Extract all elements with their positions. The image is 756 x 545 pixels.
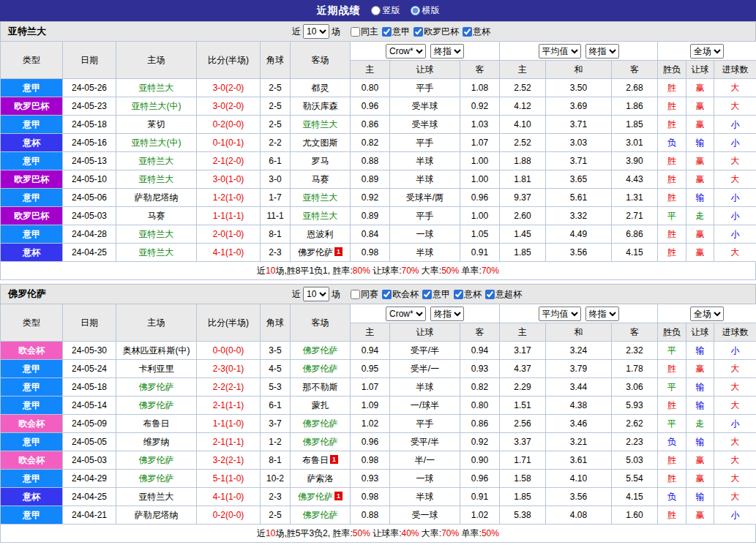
away-team-link[interactable]: 罗马 [312,156,329,166]
average-select[interactable]: 平均值 [539,307,581,321]
league-filter[interactable]: 意甲 [378,26,410,38]
score-link[interactable]: 3-2(2-1) [213,455,244,465]
away-team-link[interactable]: 佛罗伦萨 [303,437,338,447]
home-team-link[interactable]: 布鲁日 [143,418,170,429]
home-team-link[interactable]: 萨勒尼塔纳 [135,192,179,203]
score-link[interactable]: 1-1(1-1) [213,211,244,221]
home-team-link[interactable]: 亚特兰大(中) [132,138,181,148]
home-team-link[interactable]: 佛罗伦萨 [139,455,174,465]
home-team-link[interactable]: 亚特兰大 [139,247,174,258]
score-link[interactable]: 1-2(1-0) [213,192,244,203]
away-team-link[interactable]: 勒沃库森 [303,101,338,111]
score-link[interactable]: 2-1(1-1) [213,400,244,410]
league-filter-checkbox[interactable] [485,290,495,299]
score-link[interactable]: 1-1(1-0) [213,418,244,429]
home-team-link[interactable]: 卡利亚里 [139,364,174,374]
away-team-link[interactable]: 恩波利 [307,229,334,239]
league-filter[interactable]: 欧罗巴杯 [410,26,459,38]
average-select[interactable]: 平均值 [539,44,581,59]
score-link[interactable]: 0-2(0-0) [213,510,244,520]
record-summary: 近10场,胜8平1负1, 胜率:80% 让球率:70% 大率:50% 单率:70… [0,262,756,280]
league-filter-checkbox[interactable] [351,27,360,37]
home-team-link[interactable]: 维罗纳 [143,437,170,447]
league-filter[interactable]: 意杯 [450,288,482,301]
away-team-link[interactable]: 佛罗伦萨 [303,364,338,374]
league-filter[interactable]: 欧会杯 [378,288,419,301]
league-filter[interactable]: 意甲 [419,288,450,301]
away-team-link[interactable]: 蒙扎 [312,400,329,410]
away-team-link[interactable]: 佛罗伦萨 [298,247,333,258]
score-link[interactable]: 0-1(0-1) [213,138,244,148]
away-team-link[interactable]: 佛罗伦萨 [303,510,338,520]
away-team-link[interactable]: 佛罗伦萨 [303,345,338,356]
league-badge: 欧罗巴杯 [1,207,63,225]
home-team-link[interactable]: 佛罗伦萨 [139,382,174,392]
scope-select[interactable]: 全场 [690,307,724,321]
away-team-link[interactable]: 佛罗伦萨 [298,492,333,502]
league-filter[interactable]: 意杯 [459,26,490,38]
away-team-link[interactable]: 都灵 [312,83,329,93]
bookmaker-select[interactable]: Crow* [386,307,426,321]
euro-time-select[interactable]: 终指 [585,307,619,321]
score-link[interactable]: 2-1(2-0) [213,156,244,166]
home-team-link[interactable]: 莱切 [148,119,165,129]
away-team-link[interactable]: 亚特兰大 [303,211,338,221]
home-team-link[interactable]: 亚特兰大 [139,229,174,239]
score-link[interactable]: 0-0(0-0) [213,345,244,356]
handicap-time-select[interactable]: 终指 [430,44,464,59]
away-team-link[interactable]: 马赛 [312,174,329,184]
corner-cell: 11-1 [261,207,291,225]
score-link[interactable]: 2-2(2-1) [213,382,244,392]
league-badge: 欧会杯 [1,451,63,470]
league-filter-checkbox[interactable] [422,290,432,299]
league-filter-checkbox[interactable] [413,27,423,37]
away-team-link[interactable]: 亚特兰大 [303,192,338,203]
horizontal-radio-input[interactable] [411,6,420,15]
score-link[interactable]: 3-0(2-0) [213,101,244,111]
home-team-link[interactable]: 亚特兰大 [139,492,174,502]
score-link[interactable]: 4-1(1-0) [213,247,244,258]
handicap-time-select[interactable]: 终指 [430,307,464,321]
score-link[interactable]: 3-0(1-0) [213,174,244,184]
home-team-link[interactable]: 亚特兰大 [139,83,174,93]
home-team-link[interactable]: 萨勒尼塔纳 [135,510,179,520]
league-filter-checkbox[interactable] [351,290,360,299]
home-team-link[interactable]: 佛罗伦萨 [139,473,174,484]
layout-radio-horizontal[interactable]: 横版 [411,4,440,17]
away-team-link[interactable]: 佛罗伦萨 [303,418,338,429]
away-team-link[interactable]: 那不勒斯 [303,382,338,392]
home-team-link[interactable]: 马赛 [148,211,165,221]
score-link[interactable]: 2-0(1-0) [213,229,244,239]
layout-radio-vertical[interactable]: 竖版 [371,4,400,17]
away-team-link[interactable]: 萨索洛 [307,473,334,484]
home-team-link[interactable]: 奥林匹亚科斯(中) [123,345,190,356]
bookmaker-select[interactable]: Crow* [386,44,426,59]
matches-label: 场 [332,26,340,38]
goals-result-cell: 小 [714,225,756,244]
score-link[interactable]: 2-1(1-1) [213,437,244,447]
league-filter-checkbox[interactable] [382,27,392,37]
score-link[interactable]: 4-1(1-0) [213,492,244,502]
home-team-link[interactable]: 亚特兰大(中) [132,101,181,111]
score-link[interactable]: 2-3(0-1) [213,364,244,374]
score-link[interactable]: 3-0(2-0) [213,83,244,93]
score-link[interactable]: 5-1(1-0) [213,473,244,484]
league-filter[interactable]: 意超杯 [482,288,522,301]
euro-time-select[interactable]: 终指 [585,44,619,59]
league-filter[interactable]: 同主 [347,26,378,38]
league-filter[interactable]: 同赛 [347,288,378,301]
league-filter-checkbox[interactable] [454,290,463,299]
away-team-link[interactable]: 尤文图斯 [303,138,338,148]
home-team-link[interactable]: 亚特兰大 [139,156,174,166]
score-link[interactable]: 0-2(0-0) [213,119,244,129]
match-count-select[interactable]: 10 [303,287,329,301]
away-team-link[interactable]: 亚特兰大 [303,119,338,129]
away-team-link[interactable]: 布鲁日 [302,455,329,465]
league-filter-checkbox[interactable] [463,27,472,37]
match-count-select[interactable]: 10 [303,24,329,39]
league-filter-checkbox[interactable] [382,290,392,299]
home-team-link[interactable]: 亚特兰大 [139,174,174,184]
scope-select[interactable]: 全场 [690,44,724,59]
vertical-radio-input[interactable] [371,6,381,15]
home-team-link[interactable]: 佛罗伦萨 [139,400,174,410]
